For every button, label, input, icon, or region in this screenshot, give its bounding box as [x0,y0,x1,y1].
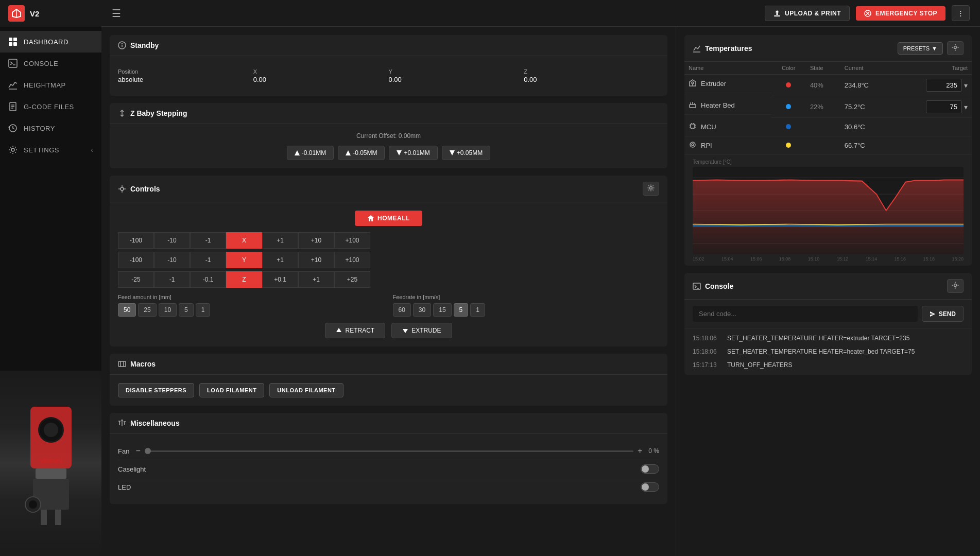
temperature-chart: Temperature [°C] [684,155,972,266]
temp-name-1: Heater Bed [684,96,771,115]
temp-row-heater-bed: Heater Bed 22% 75.2°C ▾ [684,96,972,118]
left-panel: Standby Position absolute X 0.00 Y [101,27,676,556]
console-input-row: SEND [684,300,972,328]
console-card-header: Console [684,273,972,300]
z-minus25-button[interactable]: -25 [118,271,154,288]
z-plus01-button[interactable]: +0.1 [262,271,298,288]
fan-slider[interactable] [145,450,633,452]
emergency-stop-button[interactable]: EMERGENCY STOP [856,6,945,21]
log-time-2: 15:17:13 [693,361,721,369]
send-button[interactable]: SEND [922,306,964,322]
svg-point-18 [44,423,58,437]
svg-rect-2 [9,38,12,41]
unload-filament-button[interactable]: UNLOAD FILAMENT [269,383,343,397]
z-axis-button[interactable]: Z [226,271,262,288]
caselight-toggle[interactable] [641,464,659,474]
sidebar-item-history[interactable]: HISTORY [0,117,101,139]
z-plus25-button[interactable]: +25 [334,271,370,288]
standby-y-value: 0.00 [389,76,524,83]
fan-plus-icon[interactable]: + [638,446,642,456]
sidebar-item-heightmap[interactable]: HEIGHTMAP [0,74,101,96]
feed-amount-1-button[interactable]: 1 [196,303,211,317]
upload-print-button[interactable]: UPLOAD & PRINT [765,6,850,21]
caselight-label: Caselight [118,465,146,473]
y-axis-row: -100 -10 -1 Y +1 +10 +100 [118,252,659,268]
macros-card-header: Macros [110,354,667,375]
sidebar: V2 DASHBOARD CONSOLE HEIGHTMAP G-CODE FI… [0,0,101,556]
console-card: Console SEND 15:18:06 SET_HEATER_TEMPERA… [684,273,972,375]
feed-amount-10-button[interactable]: 10 [159,303,177,317]
feed-rate-60-button[interactable]: 60 [393,303,411,317]
disable-steppers-button[interactable]: DISABLE STEPPERS [118,383,194,397]
send-icon [930,311,936,317]
chart-x-3: 15:08 [779,256,791,262]
x-plus1-button[interactable]: +1 [262,232,298,249]
extrude-button[interactable]: EXTRUDE [391,323,452,338]
z-plus1-button[interactable]: +1 [298,271,334,288]
retract-extrude-row: RETRACT EXTRUDE [118,323,659,338]
controls-settings-button[interactable] [643,182,659,196]
x-plus100-button[interactable]: +100 [334,232,370,249]
chart-x-5: 15:12 [837,256,849,262]
log-time-0: 15:18:06 [693,335,721,342]
temp-target-input-1[interactable] [926,100,962,113]
macros-card: Macros DISABLE STEPPERS LOAD FILAMENT UN… [110,354,667,406]
zbaby-minus001-button[interactable]: -0.01MM [287,146,334,160]
presets-button[interactable]: PRESETS ▼ [898,42,943,55]
console-input[interactable] [693,306,918,322]
sidebar-item-console[interactable]: CONSOLE [0,53,101,74]
standby-grid: Position absolute X 0.00 Y 0.00 Z [118,64,659,88]
x-minus100-button[interactable]: -100 [118,232,154,249]
z-minus01-button[interactable]: -0.1 [190,271,226,288]
temp-row-rpi: RPI 66.7°C [684,136,972,155]
feed-amount-25-button[interactable]: 25 [138,303,156,317]
hamburger-icon[interactable]: ☰ [112,7,121,20]
homeall-button[interactable]: HOMEALL [355,211,422,226]
temp-device-name-3: RPI [701,142,712,149]
controls-card-header: Controls [110,176,667,202]
temp-target-cell-0[interactable]: ▾ [892,75,972,96]
x-minus1-button[interactable]: -1 [190,232,226,249]
feed-amount-50-button[interactable]: 50 [118,303,136,317]
y-axis-button[interactable]: Y [226,252,262,268]
fan-minus-icon[interactable]: − [135,446,140,456]
temp-target-cell-1[interactable]: ▾ [892,96,972,118]
feed-amount-group: Feed amount in [mm] 50 25 10 5 1 [118,294,385,317]
retract-button[interactable]: RETRACT [325,323,385,338]
y-plus1-button[interactable]: +1 [262,252,298,268]
x-plus10-button[interactable]: +10 [298,232,334,249]
y-minus1-button[interactable]: -1 [190,252,226,268]
y-minus10-button[interactable]: -10 [154,252,190,268]
sidebar-item-gcode[interactable]: G-CODE FILES [0,96,101,117]
temp-current-1: 75.2°C [840,96,892,118]
z-axis-row: -25 -1 -0.1 Z +0.1 +1 +25 [118,271,659,288]
y-plus100-button[interactable]: +100 [334,252,370,268]
sidebar-item-dashboard[interactable]: DASHBOARD [0,31,101,53]
temp-color-3 [771,136,806,155]
settings-collapse-btn[interactable]: ‹ [91,146,93,154]
feed-rate-5-button[interactable]: 5 [454,303,469,317]
led-toggle[interactable] [641,482,659,492]
sidebar-item-settings[interactable]: SETTINGS ‹ [0,139,101,161]
zbaby-minus005-button[interactable]: -0.05MM [338,146,385,160]
feed-rate-15-button[interactable]: 15 [433,303,451,317]
y-plus10-button[interactable]: +10 [298,252,334,268]
console-log: 15:18:06 SET_HEATER_TEMPERATURE HEATER=e… [684,328,972,375]
feed-amount-5-button[interactable]: 5 [179,303,194,317]
x-minus10-button[interactable]: -10 [154,232,190,249]
load-filament-button[interactable]: LOAD FILAMENT [199,383,264,397]
z-minus1-button[interactable]: -1 [154,271,190,288]
console-settings-button[interactable] [947,279,964,293]
temp-target-input-0[interactable] [926,79,962,92]
feed-rate-1-button[interactable]: 1 [470,303,485,317]
temp-target-arrow-0[interactable]: ▾ [964,81,968,90]
temperatures-settings-button[interactable] [947,41,964,55]
more-options-button[interactable]: ⋮ [952,5,970,21]
zbaby-plus001-button[interactable]: +0.01MM [389,146,437,160]
zbaby-plus005-button[interactable]: +0.05MM [442,146,490,160]
zbaby-buttons-row: -0.01MM -0.05MM +0.01MM +0.05MM [118,146,659,160]
x-axis-button[interactable]: X [226,232,262,249]
feed-rate-30-button[interactable]: 30 [413,303,431,317]
y-minus100-button[interactable]: -100 [118,252,154,268]
temp-target-arrow-1[interactable]: ▾ [964,103,968,111]
